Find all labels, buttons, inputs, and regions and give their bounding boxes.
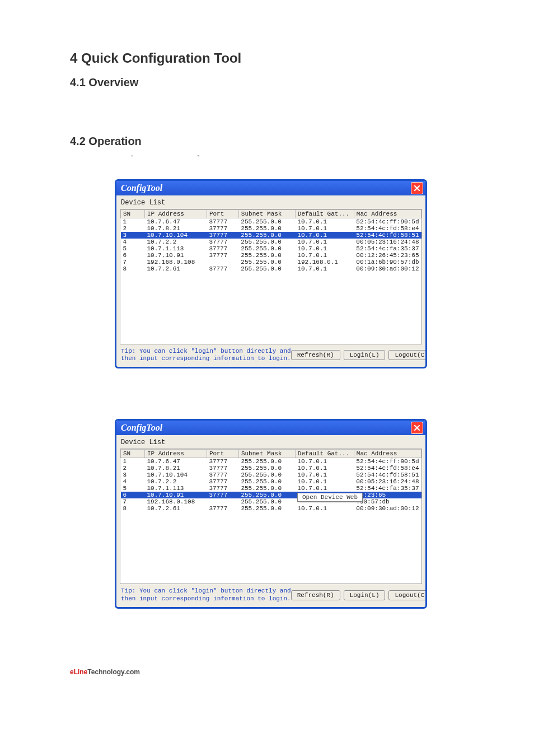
titlebar[interactable]: ConfigTool bbox=[116, 181, 425, 195]
table-row[interactable]: 7192.168.0.108255.255.0.0:90:57:db bbox=[121, 498, 421, 505]
table-row[interactable]: 110.7.6.4737777255.255.0.010.7.0.152:54:… bbox=[121, 458, 421, 465]
table-row[interactable]: 7192.168.0.108255.255.0.0192.168.0.100:1… bbox=[121, 259, 421, 265]
cell-ip: 10.7.1.113 bbox=[144, 485, 207, 492]
cell-mask: 255.255.0.0 bbox=[238, 259, 295, 265]
col-gw[interactable]: Default Gat... bbox=[295, 210, 354, 218]
col-gw[interactable]: Default Gat... bbox=[295, 450, 354, 458]
refresh-button[interactable]: Refresh(R) bbox=[291, 350, 340, 360]
open-quote: “ bbox=[132, 155, 133, 161]
login-button[interactable]: Login(L) bbox=[344, 350, 386, 360]
cell-sn: 7 bbox=[121, 259, 145, 265]
cell-sn: 3 bbox=[121, 472, 145, 478]
table-row[interactable]: 610.7.10.9137777255.255.0.010.7.0.145:23… bbox=[121, 492, 421, 498]
table-row[interactable]: 810.7.2.6137777255.255.0.010.7.0.100:09:… bbox=[121, 505, 421, 512]
close-button[interactable] bbox=[411, 422, 423, 434]
cell-ip: 10.7.10.91 bbox=[144, 252, 207, 259]
col-ip[interactable]: IP Address bbox=[144, 450, 207, 458]
cell-port: 37777 bbox=[207, 465, 238, 472]
table-row[interactable]: 310.7.10.10437777255.255.0.010.7.0.152:5… bbox=[121, 472, 421, 478]
cell-mac: 52:54:4c:fd:58:51 bbox=[354, 232, 421, 239]
table-row[interactable]: 510.7.1.11337777255.255.0.010.7.0.152:54… bbox=[121, 245, 421, 252]
close-button[interactable] bbox=[411, 182, 423, 194]
cell-mask: 255.255.0.0 bbox=[238, 218, 295, 226]
context-menu-open-web[interactable]: Open Device Web bbox=[297, 493, 363, 502]
subsection-title-4-1: 4.1 Overview bbox=[70, 76, 478, 89]
cell-gw: 10.7.0.1 bbox=[295, 245, 354, 252]
cell-port: 37777 bbox=[207, 458, 238, 465]
cell-gw: 192.168.0.1 bbox=[295, 259, 354, 265]
cell-mac: 00:05:23:16:24:48 bbox=[354, 478, 421, 485]
cell-gw: 10.7.0.1 bbox=[295, 232, 354, 239]
col-mask[interactable]: Subnet Mask bbox=[238, 210, 295, 218]
col-port[interactable]: Port bbox=[207, 210, 238, 218]
device-table: SN IP Address Port Subnet Mask Default G… bbox=[120, 209, 421, 272]
table-row[interactable]: 110.7.6.4737777255.255.0.010.7.0.152:54:… bbox=[121, 218, 421, 226]
col-mac[interactable]: Mac Address bbox=[354, 210, 421, 218]
cell-mask: 255.255.0.0 bbox=[238, 225, 295, 232]
table-row[interactable]: 810.7.2.6137777255.255.0.010.7.0.100:09:… bbox=[121, 265, 421, 272]
table-row[interactable]: 410.7.2.237777255.255.0.010.7.0.100:05:2… bbox=[121, 478, 421, 485]
cell-ip: 10.7.8.21 bbox=[144, 225, 207, 232]
cell-port: 37777 bbox=[207, 478, 238, 485]
cell-ip: 10.7.6.47 bbox=[144, 218, 207, 226]
cell-ip: 10.7.10.104 bbox=[144, 472, 207, 478]
titlebar[interactable]: ConfigTool bbox=[116, 421, 425, 435]
table-row[interactable]: 210.7.8.2137777255.255.0.010.7.0.152:54:… bbox=[121, 225, 421, 232]
cell-ip: 10.7.2.61 bbox=[144, 265, 207, 272]
col-mac[interactable]: Mac Address bbox=[354, 450, 421, 458]
cell-mask: 255.255.0.0 bbox=[238, 485, 295, 492]
cell-port: 37777 bbox=[207, 472, 238, 478]
col-port[interactable]: Port bbox=[207, 450, 238, 458]
refresh-button[interactable]: Refresh(R) bbox=[291, 590, 340, 600]
cell-sn: 1 bbox=[121, 458, 145, 465]
cell-sn: 6 bbox=[121, 492, 145, 498]
device-table-header: SN IP Address Port Subnet Mask Default G… bbox=[121, 450, 421, 458]
cell-gw: 10.7.0.1 bbox=[295, 239, 354, 245]
logout-button[interactable]: Logout(C) bbox=[388, 590, 427, 600]
cell-sn: 5 bbox=[121, 485, 145, 492]
logout-button[interactable]: Logout(C) bbox=[388, 350, 427, 360]
cell-mask: 255.255.0.0 bbox=[238, 232, 295, 239]
cell-mac: 00:09:30:ad:00:12 bbox=[354, 505, 421, 512]
window-title: ConfigTool bbox=[121, 423, 162, 433]
cell-gw: 10.7.0.1 bbox=[295, 218, 354, 226]
cell-ip: 10.7.10.104 bbox=[144, 232, 207, 239]
col-ip[interactable]: IP Address bbox=[144, 210, 207, 218]
cell-sn: 1 bbox=[121, 218, 145, 226]
col-sn[interactable]: SN bbox=[121, 210, 145, 218]
cell-mac: 52:54:4c:fa:35:37 bbox=[354, 245, 421, 252]
cell-port: 37777 bbox=[207, 245, 238, 252]
col-sn[interactable]: SN bbox=[121, 450, 145, 458]
table-row[interactable]: 210.7.8.2137777255.255.0.010.7.0.152:54:… bbox=[121, 465, 421, 472]
footer-brand: eLineTechnology.com bbox=[0, 646, 534, 682]
window-footer: Tip: You can click "login" button direct… bbox=[116, 584, 425, 606]
cell-sn: 8 bbox=[121, 265, 145, 272]
cell-ip: 10.7.2.2 bbox=[144, 478, 207, 485]
footer-brand-part1: eLine bbox=[70, 668, 87, 676]
cell-mask: 255.255.0.0 bbox=[238, 492, 295, 498]
col-mask[interactable]: Subnet Mask bbox=[238, 450, 295, 458]
table-row[interactable]: 410.7.2.237777255.255.0.010.7.0.100:05:2… bbox=[121, 239, 421, 245]
cell-mac: 00:1a:6b:90:57:db bbox=[354, 259, 421, 265]
cell-mac: 52:54:4c:fa:35:37 bbox=[354, 485, 421, 492]
cell-port: 37777 bbox=[207, 265, 238, 272]
table-row[interactable]: 510.7.1.11337777255.255.0.010.7.0.152:54… bbox=[121, 485, 421, 492]
table-row[interactable]: 310.7.10.10437777255.255.0.010.7.0.152:5… bbox=[121, 232, 421, 239]
cell-ip: 10.7.8.21 bbox=[144, 465, 207, 472]
cell-gw: 10.7.0.1 bbox=[295, 252, 354, 259]
subsection-title-4-2: 4.2 Operation bbox=[70, 135, 478, 148]
cell-ip: 10.7.1.113 bbox=[144, 245, 207, 252]
cell-mac: 00:05:23:16:24:48 bbox=[354, 239, 421, 245]
cell-gw: 10.7.0.1 bbox=[295, 478, 354, 485]
window-footer: Tip: You can click "login" button direct… bbox=[116, 344, 425, 367]
cell-port bbox=[207, 498, 238, 505]
login-button[interactable]: Login(L) bbox=[344, 590, 386, 600]
device-list-label: Device List bbox=[116, 195, 425, 209]
cell-gw: 10.7.0.1 bbox=[295, 472, 354, 478]
cell-port: 37777 bbox=[207, 239, 238, 245]
cell-ip: 192.168.0.108 bbox=[144, 259, 207, 265]
config-tool-window-1: ConfigTool Device List SN IP Address Por… bbox=[115, 179, 427, 368]
cell-gw: 10.7.0.1 bbox=[295, 465, 354, 472]
cell-port: 37777 bbox=[207, 252, 238, 259]
table-row[interactable]: 610.7.10.9137777255.255.0.010.7.0.100:12… bbox=[121, 252, 421, 259]
